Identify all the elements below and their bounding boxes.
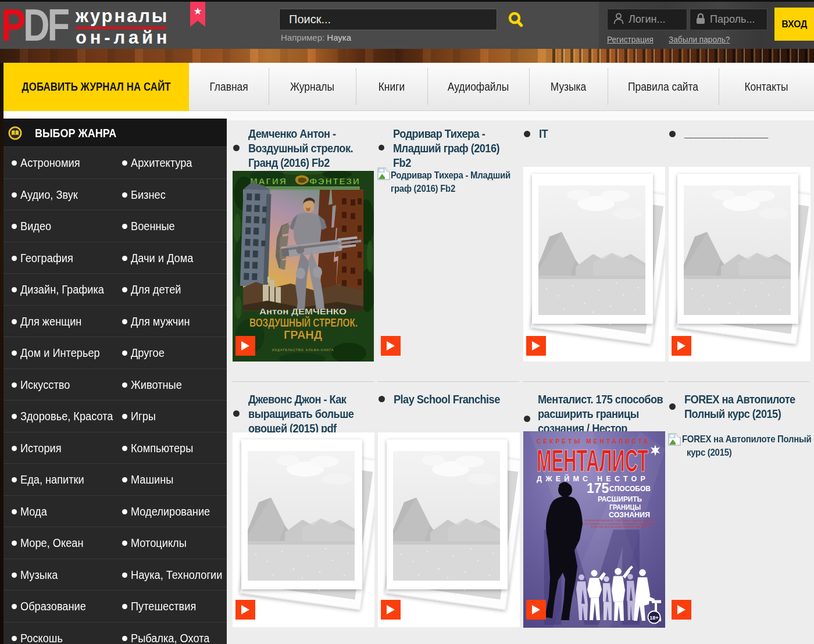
svg-text:И МНОГИЕ ДРУГИЕ УДИВИТЕЛЬНЫЕ П: И МНОГИЕ ДРУГИЕ УДИВИТЕЛЬНЫЕ ПРАКТИКИ <box>591 525 648 528</box>
svg-text:СОЗНАНИЯ: СОЗНАНИЯ <box>609 510 650 519</box>
svg-text:СПОСОБОВ: СПОСОБОВ <box>609 485 651 493</box>
svg-text:ТЕХНИКИ ВИЗУАЛЬНОЙ СТИМУЛЯЦИИ,: ТЕХНИКИ ВИЗУАЛЬНОЙ СТИМУЛЯЦИИ, САМОВНУШЕ… <box>584 519 654 522</box>
svg-text:Антон ДЕМЧЕНКО: Антон ДЕМЧЕНКО <box>259 307 347 316</box>
svg-text:РАСШИРИТЬ: РАСШИРИТЬ <box>598 495 642 503</box>
svg-text:ВОЗДУШНЫЙ СТРЕЛОК.: ВОЗДУШНЫЙ СТРЕЛОК. <box>249 316 358 329</box>
svg-text:175: 175 <box>587 481 609 496</box>
svg-text:МЕНТАЛИСТ: МЕНТАЛИСТ <box>537 442 648 477</box>
svg-text:ИЗДАТЕЛЬСТВО АЛЬФА-КНИГА: ИЗДАТЕЛЬСТВО АЛЬФА-КНИГА <box>272 348 334 352</box>
svg-text:ФЭНТЕЗИ: ФЭНТЕЗИ <box>309 177 360 186</box>
svg-text:ПОГРУЖЕНИЯ В ОСОЗНАННЫЕ СНОВИД: ПОГРУЖЕНИЯ В ОСОЗНАННЫЕ СНОВИДЕНИЯ, МЕДИ… <box>583 523 656 525</box>
svg-text:ГРАНД: ГРАНД <box>284 328 322 341</box>
svg-text:18+: 18+ <box>649 615 658 621</box>
